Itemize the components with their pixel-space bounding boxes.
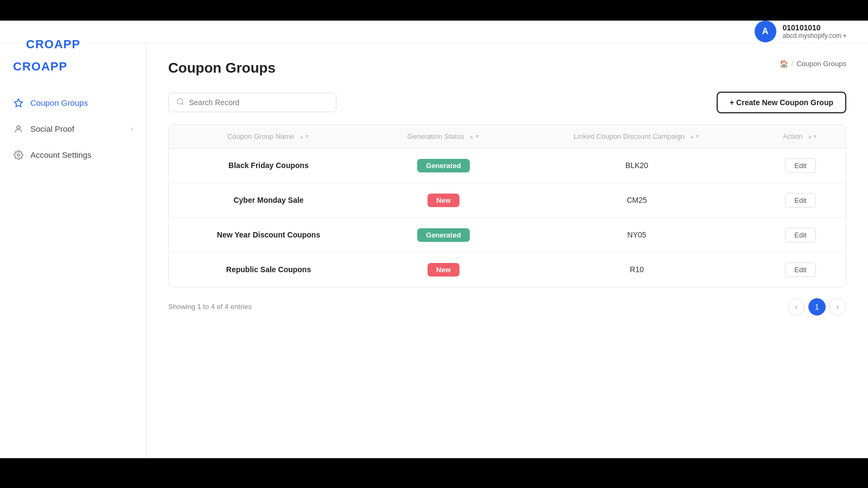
- sidebar-item-label: Account Settings: [30, 150, 92, 159]
- pagination-next[interactable]: ›: [829, 298, 846, 316]
- cell-name: Republic Sale Coupons: [169, 252, 368, 287]
- sidebar: CROAPP Coupon Groups Social Proof ›: [0, 43, 146, 458]
- user-info[interactable]: A 010101010 abcd.myshopify.com▾: [755, 21, 847, 42]
- table-row: Black Friday Coupons Generated BLK20 Edi…: [169, 148, 846, 183]
- app-header: CROAPP A 010101010 abcd.myshopify.com▾: [0, 21, 868, 43]
- table-row: Republic Sale Coupons New R10 Edit: [169, 252, 846, 287]
- cell-name: Cyber Monday Sale: [169, 183, 368, 217]
- gear-icon: [13, 150, 24, 160]
- star-icon: [13, 98, 24, 108]
- breadcrumb-home-icon: 🏠: [780, 60, 788, 68]
- edit-button[interactable]: Edit: [785, 228, 815, 242]
- cell-campaign: R10: [519, 252, 755, 287]
- user-name: 010101010: [783, 23, 847, 32]
- breadcrumb-current: Coupon Groups: [796, 60, 846, 68]
- svg-point-3: [177, 99, 183, 104]
- sidebar-nav: Coupon Groups Social Proof › Account Set…: [0, 90, 146, 168]
- page-header-row: Coupon Groups 🏠 / Coupon Groups: [168, 60, 846, 81]
- cell-status: New: [368, 252, 519, 287]
- pagination-prev[interactable]: ‹: [788, 298, 805, 316]
- table-header-row: Coupon Group Name ▲▼ Generation Status ▲…: [169, 125, 846, 149]
- page-title: Coupon Groups: [168, 60, 276, 76]
- main-content: Coupon Groups 🏠 / Coupon Groups + Create…: [146, 43, 868, 458]
- search-input[interactable]: [189, 98, 328, 107]
- chevron-right-icon: ›: [131, 125, 133, 133]
- table-row: Cyber Monday Sale New CM25 Edit: [169, 183, 846, 217]
- sort-icon: ▲▼: [469, 134, 480, 139]
- sort-icon: ▲▼: [690, 134, 700, 139]
- cell-campaign: BLK20: [519, 148, 755, 183]
- cell-campaign: NY05: [519, 217, 755, 252]
- user-details: 010101010 abcd.myshopify.com▾: [783, 23, 847, 40]
- cell-action: Edit: [755, 148, 846, 183]
- search-box[interactable]: [168, 93, 336, 112]
- edit-button[interactable]: Edit: [785, 262, 815, 277]
- sidebar-item-coupon-groups[interactable]: Coupon Groups: [0, 90, 146, 116]
- svg-point-1: [17, 126, 20, 129]
- sort-icon: ▲▼: [299, 134, 310, 139]
- edit-button[interactable]: Edit: [785, 193, 815, 208]
- cell-action: Edit: [755, 183, 846, 217]
- pagination-page-1[interactable]: 1: [808, 298, 826, 316]
- svg-marker-0: [15, 99, 23, 106]
- status-badge: Generated: [417, 159, 469, 172]
- cell-status: Generated: [368, 217, 519, 252]
- sidebar-item-label: Coupon Groups: [30, 98, 88, 107]
- svg-line-4: [182, 103, 183, 105]
- breadcrumb: 🏠 / Coupon Groups: [780, 60, 846, 68]
- cell-status: New: [368, 183, 519, 217]
- col-campaign[interactable]: Linked Coupon Discount Campaign ▲▼: [519, 125, 755, 149]
- col-name[interactable]: Coupon Group Name ▲▼: [169, 125, 368, 149]
- status-badge: New: [427, 263, 459, 277]
- pagination-controls: ‹ 1 ›: [788, 298, 846, 316]
- pagination-row: Showing 1 to 4 of 4 entries ‹ 1 ›: [168, 298, 846, 316]
- cell-name: Black Friday Coupons: [169, 148, 368, 183]
- table-row: New Year Discount Coupons Generated NY05…: [169, 217, 846, 252]
- search-icon: [176, 98, 184, 107]
- user-shop: abcd.myshopify.com▾: [783, 32, 847, 40]
- app-logo: CROAPP: [13, 30, 93, 59]
- breadcrumb-separator: /: [792, 60, 794, 68]
- cell-name: New Year Discount Coupons: [169, 217, 368, 252]
- cell-status: Generated: [368, 148, 519, 183]
- create-coupon-group-button[interactable]: + Create New Coupon Group: [717, 92, 846, 113]
- status-badge: New: [427, 194, 459, 207]
- avatar: A: [755, 21, 776, 42]
- pagination-info: Showing 1 to 4 of 4 entries: [168, 303, 252, 311]
- sidebar-item-label: Social Proof: [30, 124, 74, 133]
- person-icon: [13, 124, 24, 134]
- cell-action: Edit: [755, 252, 846, 287]
- sidebar-logo: CROAPP: [0, 60, 146, 90]
- cell-action: Edit: [755, 217, 846, 252]
- sidebar-item-social-proof[interactable]: Social Proof ›: [0, 116, 146, 142]
- cell-campaign: CM25: [519, 183, 755, 217]
- svg-point-2: [17, 153, 20, 156]
- edit-button[interactable]: Edit: [785, 158, 815, 173]
- col-action[interactable]: Action ▲▼: [755, 125, 846, 149]
- sidebar-item-account-settings[interactable]: Account Settings: [0, 142, 146, 168]
- toolbar: + Create New Coupon Group: [168, 92, 846, 113]
- sort-icon: ▲▼: [807, 134, 818, 139]
- coupon-groups-table: Coupon Group Name ▲▼ Generation Status ▲…: [168, 124, 846, 287]
- col-status[interactable]: Generation Status ▲▼: [368, 125, 519, 149]
- status-badge: Generated: [417, 228, 469, 242]
